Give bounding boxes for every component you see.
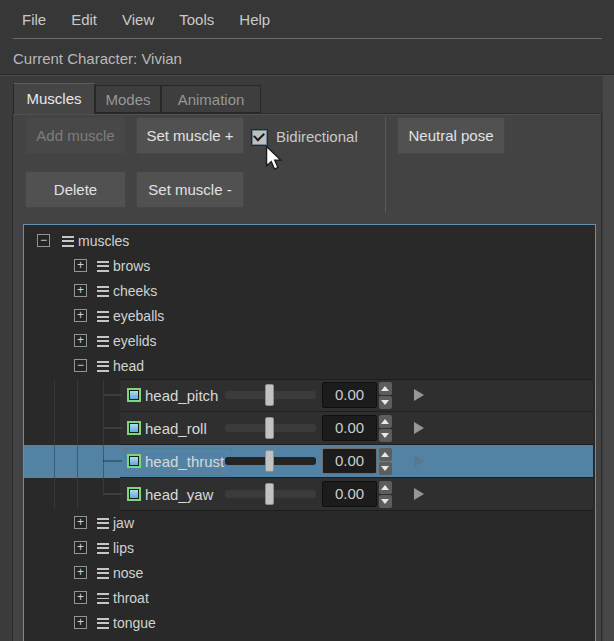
set-muscle-minus-button[interactable]: Set muscle - [136, 171, 244, 208]
slider-handle[interactable] [265, 384, 274, 406]
tree-label-tongue: tongue [113, 611, 156, 636]
hamburger-icon [97, 336, 109, 347]
expand-icon[interactable]: + [74, 516, 87, 529]
tree-row-nose[interactable]: + nose [24, 561, 593, 586]
hamburger-icon [97, 311, 109, 322]
tree-label-cheeks: cheeks [113, 279, 157, 304]
tree-row-lips[interactable]: + lips [24, 536, 593, 561]
menu-edit[interactable]: Edit [71, 11, 97, 28]
muscle-label: head_pitch [145, 379, 218, 412]
tree-row-eyelids[interactable]: + eyelids [24, 329, 593, 354]
muscle-enabled-icon[interactable] [127, 421, 141, 435]
hamburger-icon [97, 361, 109, 372]
muscle-row-head-yaw[interactable]: head_yaw 0.00 [24, 478, 593, 511]
hamburger-icon [62, 236, 74, 247]
tree-row-throat[interactable]: + throat [24, 586, 593, 611]
expand-arrow-icon[interactable] [414, 488, 424, 500]
tree-branch-line [103, 460, 122, 462]
muscle-enabled-icon[interactable] [127, 454, 141, 468]
muscle-label: head_roll [145, 412, 207, 445]
tree-guide-line [54, 380, 55, 445]
tree-label-eyeballs: eyeballs [113, 304, 164, 329]
muscle-row-head-pitch[interactable]: head_pitch 0.00 [24, 379, 593, 412]
tree-guide-line [77, 380, 78, 445]
tree-row-brows[interactable]: + brows [24, 254, 593, 279]
tab-animation[interactable]: Animation [161, 85, 261, 113]
tab-modes[interactable]: Modes [95, 85, 161, 113]
set-muscle-plus-button[interactable]: Set muscle + [136, 117, 244, 154]
spin-down-button[interactable] [379, 462, 392, 475]
tab-muscles[interactable]: Muscles [13, 83, 95, 114]
expand-icon[interactable]: + [74, 334, 87, 347]
slider-handle[interactable] [265, 450, 274, 472]
checkmark-icon [253, 129, 265, 141]
spinbox [379, 415, 392, 442]
expand-icon[interactable]: + [74, 284, 87, 297]
tree-branch-line [103, 493, 122, 495]
menu-tools[interactable]: Tools [179, 11, 214, 28]
spin-up-button[interactable] [379, 481, 392, 494]
bidirectional-label: Bidirectional [276, 122, 358, 152]
muscle-row-head-thrust-selected[interactable]: head_thrust 0.00 [24, 445, 593, 478]
section-divider-highlight [0, 75, 614, 76]
tree-row-cheeks[interactable]: + cheeks [24, 279, 593, 304]
spin-up-button[interactable] [379, 448, 392, 461]
spin-down-button[interactable] [379, 429, 392, 442]
spin-up-button[interactable] [379, 382, 392, 395]
tree-row-head[interactable]: − head [24, 354, 593, 379]
menu-bar: File Edit View Tools Help [0, 0, 614, 38]
expand-arrow-icon[interactable] [414, 422, 424, 434]
spin-down-button[interactable] [379, 495, 392, 508]
add-muscle-button[interactable]: Add muscle [25, 117, 126, 154]
slider-handle[interactable] [265, 483, 274, 505]
tree-guide-line [77, 478, 78, 509]
tree-label-nose: nose [113, 561, 143, 586]
hamburger-icon [97, 543, 109, 554]
expand-arrow-icon[interactable] [414, 455, 424, 467]
value-field[interactable]: 0.00 [322, 481, 377, 507]
expand-icon[interactable]: + [74, 566, 87, 579]
application-window: File Edit View Tools Help Current Charac… [0, 0, 614, 641]
neutral-pose-button[interactable]: Neutral pose [397, 117, 505, 154]
spin-down-button[interactable] [379, 396, 392, 409]
collapse-icon[interactable]: − [37, 234, 50, 247]
menu-view[interactable]: View [122, 11, 154, 28]
tree-row-muscles-root[interactable]: − muscles [24, 229, 593, 254]
menu-file[interactable]: File [22, 11, 46, 28]
tree-row-tongue[interactable]: + tongue [24, 611, 593, 636]
current-character-label: Current Character: Vivian [13, 44, 182, 74]
tree-label-jaw: jaw [113, 511, 134, 536]
right-margin [603, 76, 614, 641]
expand-icon[interactable]: + [74, 541, 87, 554]
hamburger-icon [97, 261, 109, 272]
expand-icon[interactable]: + [74, 591, 87, 604]
spinbox [379, 481, 392, 508]
tree-guide-line [77, 445, 78, 478]
tree-guide-line [54, 478, 55, 509]
expand-icon[interactable]: + [74, 309, 87, 322]
mouse-cursor [265, 146, 283, 172]
value-field[interactable]: 0.00 [322, 448, 377, 474]
spinbox [379, 382, 392, 409]
menu-help[interactable]: Help [239, 11, 270, 28]
value-field[interactable]: 0.00 [322, 415, 377, 441]
tree-label-lips: lips [113, 536, 134, 561]
delete-button[interactable]: Delete [25, 171, 126, 208]
expand-icon[interactable]: + [74, 616, 87, 629]
spin-up-button[interactable] [379, 415, 392, 428]
tree-row-eyeballs[interactable]: + eyeballs [24, 304, 593, 329]
tree-row-jaw[interactable]: + jaw [24, 511, 593, 536]
muscle-row-head-roll[interactable]: head_roll 0.00 [24, 412, 593, 445]
bidirectional-checkbox[interactable] [251, 129, 268, 146]
collapse-icon[interactable]: − [74, 359, 87, 372]
value-field[interactable]: 0.00 [322, 382, 377, 408]
tree-label-eyelids: eyelids [113, 329, 157, 354]
expand-icon[interactable]: + [74, 259, 87, 272]
muscle-enabled-icon[interactable] [127, 388, 141, 402]
hamburger-icon [97, 518, 109, 529]
muscle-enabled-icon[interactable] [127, 487, 141, 501]
expand-arrow-icon[interactable] [414, 389, 424, 401]
tree-label-muscles: muscles [78, 229, 129, 254]
menu-separator [13, 38, 602, 39]
slider-handle[interactable] [265, 417, 274, 439]
